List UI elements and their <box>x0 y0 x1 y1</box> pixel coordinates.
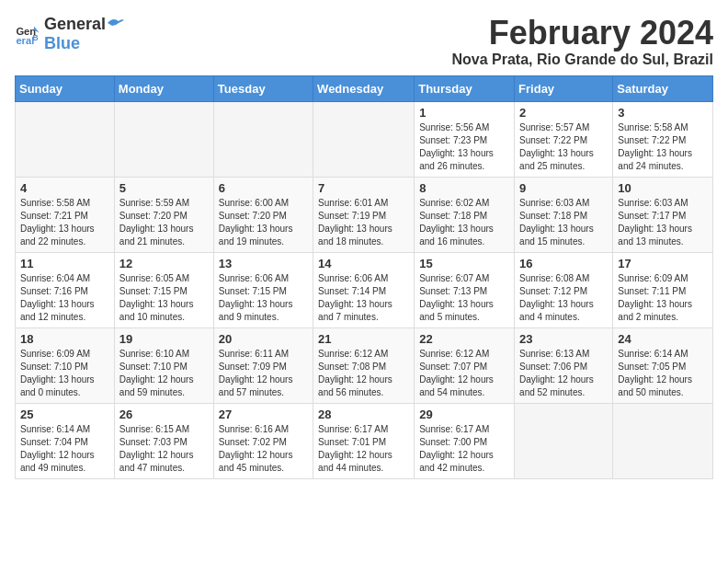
day-cell: 7Sunrise: 6:01 AM Sunset: 7:19 PM Daylig… <box>313 177 415 252</box>
day-info: Sunrise: 5:59 AM Sunset: 7:20 PM Dayligh… <box>119 197 209 248</box>
svg-text:eral: eral <box>16 35 34 46</box>
day-number: 28 <box>318 408 409 421</box>
day-info: Sunrise: 6:15 AM Sunset: 7:03 PM Dayligh… <box>119 423 209 475</box>
logo: Gen eral B General Blue <box>15 15 124 53</box>
week-row-5: 25Sunrise: 6:14 AM Sunset: 7:04 PM Dayli… <box>16 403 713 478</box>
day-cell: 28Sunrise: 6:17 AM Sunset: 7:01 PM Dayli… <box>313 403 415 478</box>
day-cell: 2Sunrise: 5:57 AM Sunset: 7:22 PM Daylig… <box>515 101 613 177</box>
day-info: Sunrise: 6:04 AM Sunset: 7:16 PM Dayligh… <box>20 272 109 324</box>
day-info: Sunrise: 5:58 AM Sunset: 7:21 PM Dayligh… <box>20 197 109 248</box>
day-info: Sunrise: 6:03 AM Sunset: 7:18 PM Dayligh… <box>519 197 608 248</box>
day-cell: 16Sunrise: 6:08 AM Sunset: 7:12 PM Dayli… <box>515 252 613 327</box>
calendar-table: SundayMondayTuesdayWednesdayThursdayFrid… <box>15 75 713 479</box>
day-cell: 1Sunrise: 5:56 AM Sunset: 7:23 PM Daylig… <box>415 101 515 177</box>
day-cell: 29Sunrise: 6:17 AM Sunset: 7:00 PM Dayli… <box>415 403 515 478</box>
header-tuesday: Tuesday <box>213 75 313 101</box>
day-cell: 13Sunrise: 6:06 AM Sunset: 7:15 PM Dayli… <box>213 252 313 327</box>
day-info: Sunrise: 6:11 AM Sunset: 7:09 PM Dayligh… <box>219 348 308 399</box>
title-area: February 2024 Nova Prata, Rio Grande do … <box>451 15 713 68</box>
day-cell <box>313 101 415 177</box>
day-number: 3 <box>618 106 708 120</box>
day-number: 20 <box>219 332 308 346</box>
day-info: Sunrise: 6:07 AM Sunset: 7:13 PM Dayligh… <box>419 272 509 324</box>
days-of-week-row: SundayMondayTuesdayWednesdayThursdayFrid… <box>16 75 713 101</box>
header-thursday: Thursday <box>415 75 515 101</box>
day-cell: 10Sunrise: 6:03 AM Sunset: 7:17 PM Dayli… <box>613 177 713 252</box>
day-cell: 26Sunrise: 6:15 AM Sunset: 7:03 PM Dayli… <box>114 403 213 478</box>
day-number: 24 <box>618 332 708 346</box>
header-wednesday: Wednesday <box>313 75 415 101</box>
day-cell: 24Sunrise: 6:14 AM Sunset: 7:05 PM Dayli… <box>613 327 713 403</box>
svg-text:B: B <box>33 33 39 42</box>
day-cell: 5Sunrise: 5:59 AM Sunset: 7:20 PM Daylig… <box>114 177 213 252</box>
logo-icon: Gen eral B <box>15 21 40 47</box>
day-number: 26 <box>119 408 209 421</box>
day-number: 21 <box>318 332 409 346</box>
week-row-4: 18Sunrise: 6:09 AM Sunset: 7:10 PM Dayli… <box>16 327 713 403</box>
day-info: Sunrise: 6:13 AM Sunset: 7:06 PM Dayligh… <box>519 348 608 399</box>
day-cell: 9Sunrise: 6:03 AM Sunset: 7:18 PM Daylig… <box>515 177 613 252</box>
calendar-body: 1Sunrise: 5:56 AM Sunset: 7:23 PM Daylig… <box>16 101 713 478</box>
day-info: Sunrise: 6:02 AM Sunset: 7:18 PM Dayligh… <box>419 197 509 248</box>
day-cell: 3Sunrise: 5:58 AM Sunset: 7:22 PM Daylig… <box>613 101 713 177</box>
day-info: Sunrise: 6:17 AM Sunset: 7:00 PM Dayligh… <box>419 423 509 475</box>
day-number: 16 <box>519 257 608 270</box>
day-cell: 15Sunrise: 6:07 AM Sunset: 7:13 PM Dayli… <box>415 252 515 327</box>
day-info: Sunrise: 6:06 AM Sunset: 7:15 PM Dayligh… <box>219 272 308 324</box>
day-info: Sunrise: 6:01 AM Sunset: 7:19 PM Dayligh… <box>318 197 409 248</box>
day-cell: 12Sunrise: 6:05 AM Sunset: 7:15 PM Dayli… <box>114 252 213 327</box>
day-number: 5 <box>119 181 209 195</box>
day-cell <box>515 403 613 478</box>
day-number: 8 <box>419 181 509 195</box>
day-cell <box>16 101 115 177</box>
day-info: Sunrise: 6:06 AM Sunset: 7:14 PM Dayligh… <box>318 272 409 324</box>
day-number: 25 <box>20 408 109 421</box>
day-info: Sunrise: 6:12 AM Sunset: 7:07 PM Dayligh… <box>419 348 509 399</box>
day-cell: 14Sunrise: 6:06 AM Sunset: 7:14 PM Dayli… <box>313 252 415 327</box>
day-number: 4 <box>20 181 109 195</box>
day-info: Sunrise: 6:09 AM Sunset: 7:11 PM Dayligh… <box>618 272 708 324</box>
logo-general: General <box>44 15 106 34</box>
day-cell <box>213 101 313 177</box>
day-cell <box>114 101 213 177</box>
day-cell: 19Sunrise: 6:10 AM Sunset: 7:10 PM Dayli… <box>114 327 213 403</box>
day-cell: 11Sunrise: 6:04 AM Sunset: 7:16 PM Dayli… <box>16 252 115 327</box>
day-number: 2 <box>519 106 608 120</box>
day-number: 12 <box>119 257 209 270</box>
day-number: 17 <box>618 257 708 270</box>
location-title: Nova Prata, Rio Grande do Sul, Brazil <box>451 52 713 68</box>
day-cell: 18Sunrise: 6:09 AM Sunset: 7:10 PM Dayli… <box>16 327 115 403</box>
day-info: Sunrise: 6:10 AM Sunset: 7:10 PM Dayligh… <box>119 348 209 399</box>
day-cell: 6Sunrise: 6:00 AM Sunset: 7:20 PM Daylig… <box>213 177 313 252</box>
day-cell: 27Sunrise: 6:16 AM Sunset: 7:02 PM Dayli… <box>213 403 313 478</box>
day-cell: 23Sunrise: 6:13 AM Sunset: 7:06 PM Dayli… <box>515 327 613 403</box>
month-year-title: February 2024 <box>451 15 713 52</box>
day-number: 7 <box>318 181 409 195</box>
day-info: Sunrise: 6:17 AM Sunset: 7:01 PM Dayligh… <box>318 423 409 475</box>
day-number: 10 <box>618 181 708 195</box>
day-cell: 4Sunrise: 5:58 AM Sunset: 7:21 PM Daylig… <box>16 177 115 252</box>
day-number: 1 <box>419 106 509 120</box>
day-number: 14 <box>318 257 409 270</box>
day-cell: 20Sunrise: 6:11 AM Sunset: 7:09 PM Dayli… <box>213 327 313 403</box>
day-number: 22 <box>419 332 509 346</box>
day-number: 23 <box>519 332 608 346</box>
day-cell: 17Sunrise: 6:09 AM Sunset: 7:11 PM Dayli… <box>613 252 713 327</box>
day-info: Sunrise: 6:14 AM Sunset: 7:04 PM Dayligh… <box>20 423 109 475</box>
logo-blue: Blue <box>44 34 124 53</box>
day-number: 27 <box>219 408 308 421</box>
header-sunday: Sunday <box>16 75 115 101</box>
day-info: Sunrise: 5:58 AM Sunset: 7:22 PM Dayligh… <box>618 121 708 173</box>
day-cell: 21Sunrise: 6:12 AM Sunset: 7:08 PM Dayli… <box>313 327 415 403</box>
day-info: Sunrise: 6:05 AM Sunset: 7:15 PM Dayligh… <box>119 272 209 324</box>
day-info: Sunrise: 6:12 AM Sunset: 7:08 PM Dayligh… <box>318 348 409 399</box>
day-number: 6 <box>219 181 308 195</box>
day-number: 11 <box>20 257 109 270</box>
calendar-header: SundayMondayTuesdayWednesdayThursdayFrid… <box>16 75 713 101</box>
day-info: Sunrise: 6:03 AM Sunset: 7:17 PM Dayligh… <box>618 197 708 248</box>
week-row-2: 4Sunrise: 5:58 AM Sunset: 7:21 PM Daylig… <box>16 177 713 252</box>
week-row-1: 1Sunrise: 5:56 AM Sunset: 7:23 PM Daylig… <box>16 101 713 177</box>
header: Gen eral B General Blue February 2024 No… <box>15 15 713 68</box>
day-info: Sunrise: 6:09 AM Sunset: 7:10 PM Dayligh… <box>20 348 109 399</box>
day-number: 18 <box>20 332 109 346</box>
